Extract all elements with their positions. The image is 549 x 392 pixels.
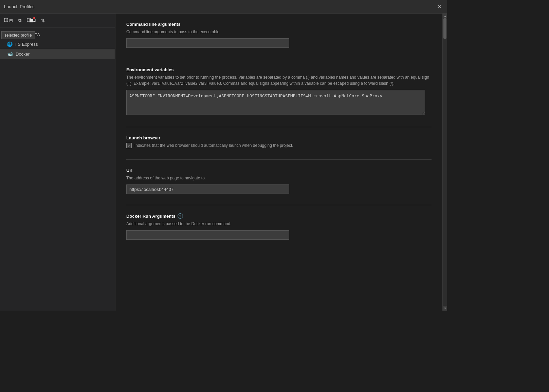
iis-express-icon: 🌐 <box>7 41 13 47</box>
section-command-line-args: Command line arguments Command line argu… <box>126 22 432 48</box>
command-line-args-title: Command line arguments <box>126 22 432 27</box>
url-input[interactable] <box>126 184 289 194</box>
window-title: Launch Profiles <box>4 4 35 9</box>
launch-browser-title: Launch browser <box>126 135 432 140</box>
env-vars-title: Environment variables <box>126 67 432 72</box>
move-profile-button[interactable]: ⇅ <box>38 16 48 24</box>
profile-item-projects-spa[interactable]: — Projects_SPA <box>0 30 115 39</box>
docker-run-args-input[interactable] <box>126 230 289 240</box>
delete-profile-button[interactable]: ⬜ 🖫 <box>26 16 36 24</box>
divider-3 <box>126 159 432 160</box>
move-icon: ⇅ <box>41 18 45 23</box>
content-area: Command line arguments Command line argu… <box>115 14 442 311</box>
command-line-args-description: Command line arguments to pass to the ex… <box>126 29 432 35</box>
divider-1 <box>126 59 432 59</box>
sidebar: ⊞ ⧉ ⬜ 🖫 ⇅ selected profile <box>0 14 115 311</box>
profile-toolbar: ⊞ ⧉ ⬜ 🖫 ⇅ <box>0 14 115 27</box>
profile-label-docker: Docker <box>16 52 30 57</box>
section-env-vars: Environment variables The environment va… <box>126 67 432 116</box>
copy-icon: ⧉ <box>18 18 21 23</box>
title-bar: Launch Profiles ✕ <box>0 0 447 14</box>
profile-item-docker[interactable]: 🐋 Docker <box>0 49 115 59</box>
divider-2 <box>126 127 432 127</box>
section-docker-run-args: Docker Run Arguments ? Additional argume… <box>126 213 432 240</box>
env-vars-input[interactable]: ASPNETCORE_ENVIRONMENT=Development,ASPNE… <box>126 90 425 115</box>
add-icon <box>4 18 9 23</box>
copy-profile-button[interactable]: ⧉ <box>15 16 24 24</box>
profile-list: — Projects_SPA 🌐 IIS Express 🐋 Docker <box>0 27 115 59</box>
profile-label-iis-express: IIS Express <box>15 42 38 47</box>
scrollbar-thumb[interactable] <box>443 18 446 39</box>
url-title: Url <box>126 168 432 173</box>
close-button[interactable]: ✕ <box>435 3 443 11</box>
docker-run-args-title: Docker Run Arguments ? <box>126 213 432 219</box>
launch-browser-checkbox[interactable]: ✓ <box>126 143 132 148</box>
checkmark-icon: ✓ <box>128 143 131 148</box>
scrollbar-track[interactable]: ▲ ▼ <box>442 14 447 311</box>
section-url: Url The address of the web page to navig… <box>126 168 432 194</box>
add-profile-button[interactable]: ⊞ <box>3 16 13 24</box>
projects-spa-icon: — <box>7 33 11 37</box>
scrollbar-arrow-up[interactable]: ▲ <box>443 14 447 18</box>
scrollbar-arrow-down[interactable]: ▼ <box>443 306 447 311</box>
env-vars-description: The environment variables to set prior t… <box>126 74 432 86</box>
url-description: The address of the web page to navigate … <box>126 175 432 181</box>
profile-item-iis-express[interactable]: 🌐 IIS Express <box>0 39 115 49</box>
divider-4 <box>126 205 432 205</box>
docker-run-args-description: Additional arguments passed to the Docke… <box>126 221 432 227</box>
section-launch-browser: Launch browser ✓ Indicates that the web … <box>126 135 432 149</box>
docker-icon: 🐋 <box>7 51 13 57</box>
launch-browser-description: Indicates that the web browser should au… <box>134 142 293 149</box>
delete-badge <box>33 17 35 19</box>
launch-browser-row: ✓ Indicates that the web browser should … <box>126 142 432 149</box>
command-line-args-input[interactable] <box>126 38 289 48</box>
main-layout: ⊞ ⧉ ⬜ 🖫 ⇅ selected profile <box>0 14 447 311</box>
docker-run-args-help-icon[interactable]: ? <box>178 213 183 219</box>
profile-label-projects-spa: Projects_SPA <box>13 32 40 37</box>
